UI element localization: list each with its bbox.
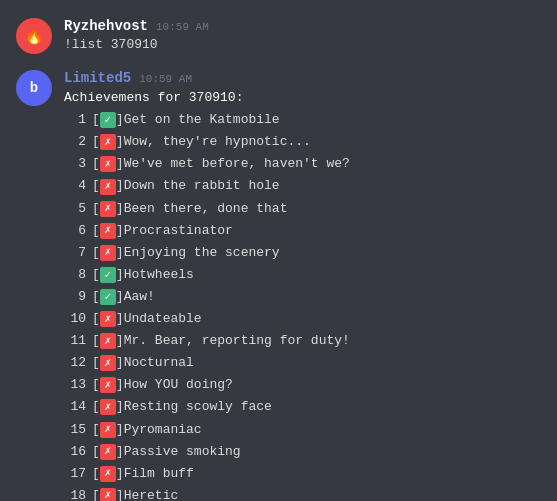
message-header-bot: Limited5 10:59 AM: [64, 70, 541, 86]
bracket-close: ]: [116, 198, 124, 220]
timestamp: 10:59 AM: [156, 21, 209, 33]
bracket-close: ]: [116, 264, 124, 286]
x-badge: ✗: [100, 399, 116, 415]
achievement-name: Hotwheels: [124, 264, 194, 286]
check-badge: ✓: [100, 289, 116, 305]
bracket-open: [: [92, 131, 100, 153]
bracket-open: [: [92, 308, 100, 330]
message-text: !list 370910: [64, 36, 541, 54]
achievement-number: 9: [64, 286, 92, 308]
bracket-open: [: [92, 109, 100, 131]
bracket-open: [: [92, 463, 100, 485]
bracket-close: ]: [116, 109, 124, 131]
achievements-title: Achievemens for 370910:: [64, 90, 541, 105]
x-badge: ✗: [100, 355, 116, 371]
achievement-number: 5: [64, 198, 92, 220]
achievement-number: 13: [64, 374, 92, 396]
achievement-name: We've met before, haven't we?: [124, 153, 350, 175]
achievement-name: Been there, done that: [124, 198, 288, 220]
achievement-name: Nocturnal: [124, 352, 194, 374]
bracket-close: ]: [116, 131, 124, 153]
list-item: 12[✗] Nocturnal: [64, 352, 541, 374]
achievement-name: Passive smoking: [124, 441, 241, 463]
bracket-open: [: [92, 396, 100, 418]
message-group-2: b Limited5 10:59 AM Achievemens for 3709…: [0, 62, 557, 501]
achievement-number: 16: [64, 441, 92, 463]
bracket-close: ]: [116, 242, 124, 264]
list-item: 18[✗] Heretic: [64, 485, 541, 501]
bracket-open: [: [92, 352, 100, 374]
achievement-number: 2: [64, 131, 92, 153]
avatar: 🔥: [16, 18, 52, 54]
achievement-number: 10: [64, 308, 92, 330]
list-item: 9[✓] Aaw!: [64, 286, 541, 308]
x-badge: ✗: [100, 377, 116, 393]
bracket-open: [: [92, 286, 100, 308]
bracket-open: [: [92, 198, 100, 220]
bracket-close: ]: [116, 441, 124, 463]
message-header: Ryzhehvost 10:59 AM: [64, 18, 541, 34]
achievement-number: 14: [64, 396, 92, 418]
message-group-1: 🔥 Ryzhehvost 10:59 AM !list 370910: [0, 10, 557, 62]
username: Ryzhehvost: [64, 18, 148, 34]
achievement-number: 7: [64, 242, 92, 264]
list-item: 13[✗] How YOU doing?: [64, 374, 541, 396]
bracket-open: [: [92, 441, 100, 463]
achievement-name: Film buff: [124, 463, 194, 485]
achievement-name: Procrastinator: [124, 220, 233, 242]
check-badge: ✓: [100, 112, 116, 128]
x-badge: ✗: [100, 466, 116, 482]
achievement-name: Pyromaniac: [124, 419, 202, 441]
x-badge: ✗: [100, 311, 116, 327]
achievements-block: Achievemens for 370910: 1[✓] Get on the …: [64, 90, 541, 501]
achievement-name: Aaw!: [124, 286, 155, 308]
x-badge: ✗: [100, 422, 116, 438]
bracket-open: [: [92, 264, 100, 286]
bracket-close: ]: [116, 175, 124, 197]
achievement-number: 15: [64, 419, 92, 441]
x-badge: ✗: [100, 444, 116, 460]
list-item: 17[✗] Film buff: [64, 463, 541, 485]
bracket-close: ]: [116, 396, 124, 418]
avatar-bot: b: [16, 70, 52, 106]
achievement-number: 3: [64, 153, 92, 175]
list-item: 14[✗] Resting scowly face: [64, 396, 541, 418]
achievement-number: 17: [64, 463, 92, 485]
bracket-open: [: [92, 330, 100, 352]
achievement-number: 11: [64, 330, 92, 352]
achievement-number: 4: [64, 175, 92, 197]
check-badge: ✓: [100, 267, 116, 283]
bracket-close: ]: [116, 153, 124, 175]
bracket-open: [: [92, 153, 100, 175]
bracket-close: ]: [116, 419, 124, 441]
list-item: 8[✓] Hotwheels: [64, 264, 541, 286]
bracket-close: ]: [116, 352, 124, 374]
x-badge: ✗: [100, 223, 116, 239]
achievement-name: Enjoying the scenery: [124, 242, 280, 264]
list-item: 16[✗] Passive smoking: [64, 441, 541, 463]
list-item: 15[✗] Pyromaniac: [64, 419, 541, 441]
achievement-number: 8: [64, 264, 92, 286]
username-bot: Limited5: [64, 70, 131, 86]
chat-container: 🔥 Ryzhehvost 10:59 AM !list 370910 b Lim…: [0, 0, 557, 501]
list-item: 11[✗] Mr. Bear, reporting for duty!: [64, 330, 541, 352]
achievement-name: Down the rabbit hole: [124, 175, 280, 197]
bracket-close: ]: [116, 220, 124, 242]
list-item: 3[✗] We've met before, haven't we?: [64, 153, 541, 175]
bracket-open: [: [92, 419, 100, 441]
achievement-name: Undateable: [124, 308, 202, 330]
bracket-close: ]: [116, 374, 124, 396]
achievement-name: Mr. Bear, reporting for duty!: [124, 330, 350, 352]
achievement-name: How YOU doing?: [124, 374, 233, 396]
bracket-close: ]: [116, 485, 124, 501]
list-item: 2[✗] Wow, they're hypnotic...: [64, 131, 541, 153]
x-badge: ✗: [100, 488, 116, 501]
x-badge: ✗: [100, 333, 116, 349]
message-content-bot: Limited5 10:59 AM Achievemens for 370910…: [64, 70, 541, 501]
achievement-name: Wow, they're hypnotic...: [124, 131, 311, 153]
bracket-close: ]: [116, 286, 124, 308]
list-item: 7[✗] Enjoying the scenery: [64, 242, 541, 264]
list-item: 5[✗] Been there, done that: [64, 198, 541, 220]
achievement-number: 18: [64, 485, 92, 501]
achievement-number: 12: [64, 352, 92, 374]
